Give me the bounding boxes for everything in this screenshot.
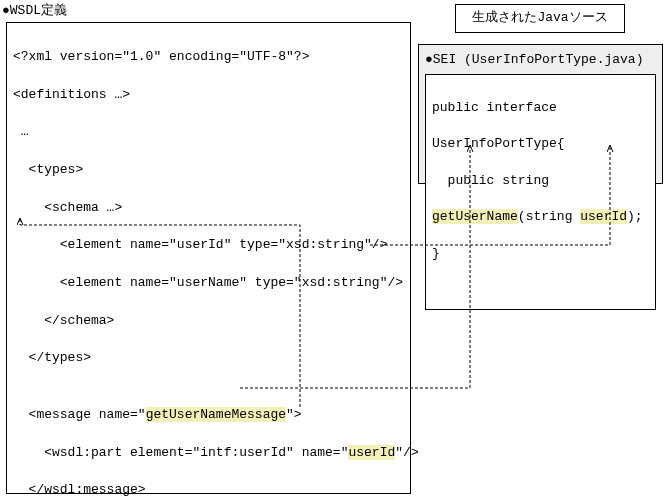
- text: );: [627, 209, 643, 224]
- wsdl-line: </schema>: [13, 312, 406, 331]
- wsdl-line: <schema …>: [13, 199, 406, 218]
- java-code-box: public interface UserInfoPortType{ publi…: [425, 74, 656, 310]
- java-line: public string: [432, 172, 649, 190]
- highlight-method-name: getUserName: [432, 209, 518, 224]
- wsdl-definition-box: <?xml version="1.0" encoding="UTF-8"?> <…: [6, 22, 411, 494]
- wsdl-line: <message name="getUserNameMessage">: [13, 406, 406, 425]
- highlight-part-name: userId: [348, 445, 395, 460]
- highlight-param-name: userId: [580, 209, 627, 224]
- java-line: }: [432, 245, 649, 263]
- generated-java-title: 生成されたJavaソース: [472, 10, 607, 25]
- text: ">: [286, 407, 302, 422]
- java-line: UserInfoPortType{: [432, 135, 649, 153]
- sei-title: ●SEI (UserInfoPortType.java): [425, 51, 656, 70]
- java-line: getUserName(string userId);: [432, 208, 649, 226]
- text: <wsdl:part element="intf:userId" name=": [13, 445, 348, 460]
- highlight-message-name: getUserNameMessage: [146, 407, 286, 422]
- wsdl-line: …: [13, 123, 406, 142]
- generated-java-title-box: 生成されたJavaソース: [455, 4, 625, 33]
- wsdl-line: <definitions …>: [13, 86, 406, 105]
- text: "/>: [395, 445, 418, 460]
- wsdl-line: <wsdl:part element="intf:userId" name="u…: [13, 444, 406, 463]
- wsdl-line: <element name="userName" type="xsd:strin…: [13, 274, 406, 293]
- wsdl-line: </types>: [13, 349, 406, 368]
- wsdl-line: <?xml version="1.0" encoding="UTF-8"?>: [13, 48, 406, 67]
- java-line: public interface: [432, 99, 649, 117]
- text: <message name=": [13, 407, 146, 422]
- wsdl-title: ●WSDL定義: [2, 2, 67, 21]
- wsdl-line: <element name="userId" type="xsd:string"…: [13, 236, 406, 255]
- wsdl-line: </wsdl:message>: [13, 481, 406, 500]
- text: (string: [518, 209, 580, 224]
- generated-java-box: ●SEI (UserInfoPortType.java) public inte…: [418, 44, 663, 184]
- wsdl-line: <types>: [13, 161, 406, 180]
